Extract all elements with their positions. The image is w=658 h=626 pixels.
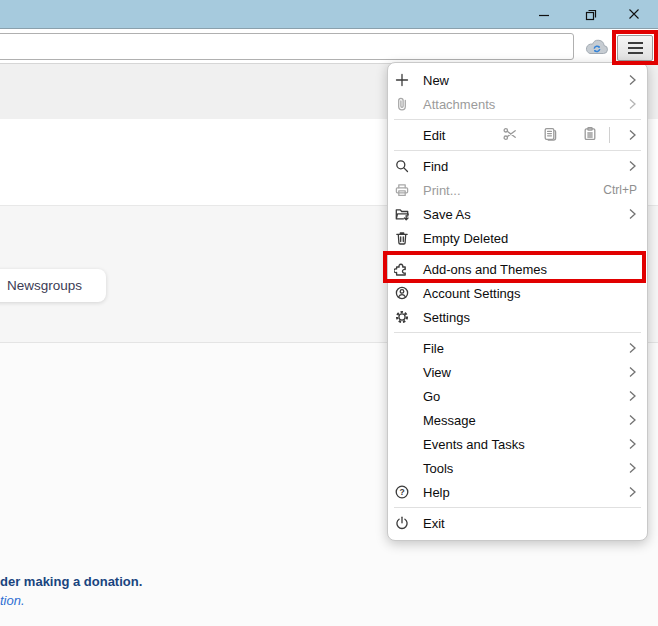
shortcut-label: Ctrl+P [603, 183, 637, 197]
donation-text-block: der making a donation. tion. [0, 572, 260, 610]
minimize-button[interactable] [527, 0, 561, 28]
titlebar [0, 0, 658, 29]
chevron-right-icon [625, 366, 637, 378]
restore-icon [584, 7, 598, 21]
menu-separator [394, 253, 641, 254]
plus-icon [394, 72, 410, 88]
menu-item-events-and-tasks[interactable]: Events and Tasks [388, 432, 647, 456]
menu-item-exit[interactable]: Exit [388, 511, 647, 535]
chevron-right-icon [625, 486, 637, 498]
menu-separator [394, 119, 641, 120]
menu-divider-vertical [609, 127, 610, 143]
close-button[interactable] [617, 0, 651, 28]
cut-icon[interactable] [502, 126, 518, 145]
menu-item-addons-and-themes[interactable]: Add-ons and Themes [388, 257, 647, 281]
menu-item-message[interactable]: Message [388, 408, 647, 432]
menu-separator [394, 507, 641, 508]
help-icon: ? [394, 484, 410, 500]
search-icon [394, 158, 410, 174]
donation-text: der making a donation. [0, 572, 260, 591]
menu-item-account-settings[interactable]: Account Settings [388, 281, 647, 305]
menu-item-save-as[interactable]: Save As [388, 202, 647, 226]
menu-item-print[interactable]: Print... Ctrl+P [388, 178, 647, 202]
trash-icon [394, 230, 410, 246]
close-icon [627, 7, 641, 21]
chevron-right-icon [625, 342, 637, 354]
chevron-right-icon [625, 74, 637, 86]
chevron-right-icon [625, 414, 637, 426]
svg-text:?: ? [399, 487, 404, 497]
app-menu-button[interactable] [617, 35, 653, 61]
hamburger-icon [628, 42, 643, 54]
puzzle-icon [394, 261, 410, 277]
menu-item-attachments[interactable]: Attachments [388, 92, 647, 116]
menu-item-new[interactable]: New [388, 68, 647, 92]
gear-icon [394, 309, 410, 325]
menu-item-file[interactable]: File [388, 336, 647, 360]
paste-icon[interactable] [582, 126, 598, 145]
printer-icon [394, 182, 410, 198]
donation-link[interactable]: tion. [0, 593, 25, 608]
restore-button[interactable] [574, 0, 608, 28]
save-as-icon [394, 206, 410, 222]
menu-item-tools[interactable]: Tools [388, 456, 647, 480]
chevron-right-icon [625, 129, 637, 141]
chevron-right-icon [625, 390, 637, 402]
minimize-icon [537, 7, 551, 21]
chevron-right-icon [625, 208, 637, 220]
menu-separator [394, 150, 641, 151]
menu-separator [394, 332, 641, 333]
chevron-right-icon [625, 160, 637, 172]
menu-item-empty-deleted[interactable]: Empty Deleted [388, 226, 647, 250]
app-window: Newsgroups der making a donation. tion. … [0, 0, 658, 626]
menu-item-find[interactable]: Find [388, 154, 647, 178]
paperclip-icon [394, 96, 410, 112]
menu-item-edit[interactable]: Edit [388, 123, 647, 147]
search-input[interactable] [0, 33, 574, 60]
account-icon [394, 285, 410, 301]
newsgroups-label: Newsgroups [7, 278, 82, 293]
copy-icon[interactable] [542, 126, 558, 145]
newsgroups-button[interactable]: Newsgroups [0, 269, 106, 302]
menu-item-settings[interactable]: Settings [388, 305, 647, 329]
menu-item-view[interactable]: View [388, 360, 647, 384]
chevron-right-icon [625, 438, 637, 450]
power-icon [394, 515, 410, 531]
chevron-right-icon [625, 462, 637, 474]
cloud-sync-button[interactable] [582, 37, 612, 59]
menu-item-help[interactable]: ? Help [388, 480, 647, 504]
chevron-right-icon [625, 98, 637, 110]
menu-item-go[interactable]: Go [388, 384, 647, 408]
cloud-sync-icon [584, 38, 610, 59]
app-menu-popup: New Attachments Edit Find [387, 62, 648, 541]
